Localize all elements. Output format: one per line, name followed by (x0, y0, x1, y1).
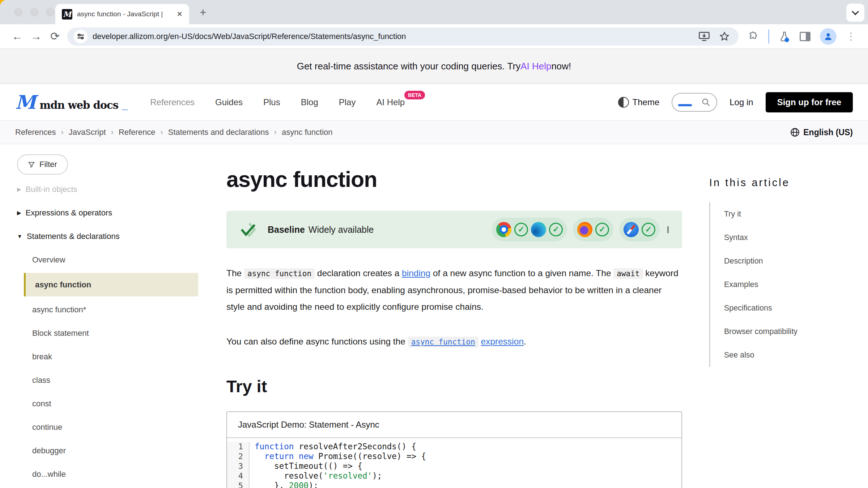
mdn-logo[interactable]: M mdn web docs _ (15, 93, 128, 112)
tab-title: async function - JavaScript | (77, 10, 170, 18)
mdn-logo-underscore: _ (122, 99, 128, 111)
collapsed-arrow-icon: ▶ (17, 186, 21, 193)
mdn-logo-text: mdn web docs (40, 99, 119, 111)
sidebar-item-overview[interactable]: Overview (17, 248, 198, 271)
toc: In this article Try it Syntax Descriptio… (709, 144, 868, 367)
address-bar[interactable]: developer.allizom.org/en-US/docs/Web/Jav… (67, 27, 739, 46)
site-settings-icon[interactable] (74, 30, 88, 43)
toc-item-specifications[interactable]: Specifications (724, 296, 854, 320)
sidebar-item-const[interactable]: const (17, 392, 198, 415)
sidebar-item-built-in-objects[interactable]: ▶ Built-in objects (17, 177, 198, 201)
sidebar-item-do-while[interactable]: do...while (17, 462, 198, 486)
tab-strip: M async function - JavaScript | ✕ + (0, 0, 868, 24)
site-header: M mdn web docs _ References Guides Plus … (0, 84, 868, 120)
search-input[interactable] (672, 93, 717, 112)
language-selector[interactable]: English (US) (790, 128, 853, 137)
nav-blog[interactable]: Blog (301, 97, 318, 107)
browser-menu-icon[interactable]: ⋮ (846, 30, 856, 42)
url-text[interactable]: developer.allizom.org/en-US/docs/Web/Jav… (93, 32, 694, 41)
support-check-icon: ✓ (595, 223, 609, 236)
support-check-icon: ✓ (549, 223, 563, 236)
filter-funnel-icon (28, 161, 35, 168)
window-close-button[interactable] (14, 8, 22, 16)
sidebar-item-break[interactable]: break (17, 345, 198, 368)
async-function-expression-code-link[interactable]: async function (408, 337, 478, 347)
safari-support-pill: ✓ (619, 218, 660, 241)
promo-ai-help-link[interactable]: AI Help (520, 61, 551, 72)
support-check-icon: ✓ (642, 223, 655, 236)
code-editor[interactable]: 1 function resolveAfter2Seconds() { 2 re… (227, 438, 681, 488)
toolbar-separator (768, 29, 769, 44)
profile-avatar[interactable] (820, 28, 837, 45)
new-tab-button[interactable]: + (200, 6, 207, 19)
back-button[interactable]: ← (8, 30, 27, 43)
baseline-banner: Baseline Widely available ✓ ✓ ✓ ✓ (226, 211, 682, 248)
sidebar-item-continue[interactable]: continue (17, 415, 198, 439)
chrome-labs-icon[interactable] (779, 31, 790, 42)
promo-banner: Get real-time assistance with your codin… (0, 49, 868, 84)
chromium-support-pill: ✓ ✓ (492, 218, 567, 241)
sidebar-item-empty-statement[interactable]: Empty statement (17, 486, 198, 488)
reload-button[interactable]: ⟳ (46, 30, 64, 43)
code-line: 3 setTimeout(() => { (227, 461, 681, 471)
search-placeholder-dash (678, 104, 692, 106)
sidebar-item-expressions-operators[interactable]: ▶ Expressions & operators (17, 201, 198, 224)
nav-plus[interactable]: Plus (263, 97, 280, 107)
crumb-current-page: async function (282, 128, 333, 137)
tab-close-icon[interactable]: ✕ (176, 10, 183, 18)
sidebar-item-statements-declarations[interactable]: ▼ Statements & declarations (17, 224, 198, 248)
sidebar-filter-button[interactable]: Filter (17, 154, 68, 175)
sidebar-item-async-function-active[interactable]: async function (24, 273, 198, 296)
code-line: 2 return new Promise((resolve) => { (227, 451, 681, 461)
browser-tab[interactable]: M async function - JavaScript | ✕ (55, 4, 189, 24)
crumb-statements[interactable]: Statements and declarations (168, 128, 269, 137)
extensions-icon[interactable] (748, 31, 759, 42)
interactive-demo: JavaScript Demo: Statement - Async 1 fun… (226, 411, 682, 488)
theme-switcher[interactable]: Theme (618, 97, 660, 108)
forward-button[interactable]: → (27, 30, 46, 43)
toc-title: In this article (709, 177, 854, 189)
nav-guides[interactable]: Guides (215, 97, 243, 107)
bookmark-star-icon[interactable] (719, 31, 730, 42)
toc-item-browser-compatibility[interactable]: Browser compatibility (724, 320, 854, 343)
demo-title: JavaScript Demo: Statement - Async (227, 412, 681, 438)
expression-link[interactable]: expression (481, 337, 524, 346)
sidebar-item-debugger[interactable]: debugger (17, 439, 198, 462)
side-panel-icon[interactable] (800, 32, 810, 41)
toc-item-see-also[interactable]: See also (724, 343, 854, 367)
tab-search-button[interactable] (846, 4, 864, 22)
login-link[interactable]: Log in (729, 97, 753, 107)
intro-paragraph-2: You can also define async functions usin… (226, 333, 682, 350)
install-icon[interactable] (699, 32, 710, 41)
toc-item-examples[interactable]: Examples (724, 273, 854, 296)
nav-ai-help[interactable]: AI Help BETA (376, 97, 405, 107)
crumb-references[interactable]: References (15, 128, 56, 137)
toc-item-syntax[interactable]: Syntax (724, 226, 854, 249)
sidebar-item-async-function-star[interactable]: async function* (17, 298, 198, 321)
nav-play[interactable]: Play (339, 97, 356, 107)
article-main: async function Baseline Widely available… (226, 144, 682, 488)
crumb-javascript[interactable]: JavaScript (69, 128, 106, 137)
mdn-logo-m-icon: M (15, 93, 36, 112)
signup-button[interactable]: Sign up for free (766, 92, 853, 112)
toc-item-description[interactable]: Description (724, 249, 854, 273)
promo-text-before: Get real-time assistance with your codin… (297, 61, 520, 72)
nav-references[interactable]: References (150, 97, 195, 107)
window-zoom-button[interactable] (46, 8, 54, 16)
sidebar-item-class[interactable]: class (17, 368, 198, 392)
binding-link[interactable]: binding (402, 268, 430, 278)
crumb-reference[interactable]: Reference (119, 128, 156, 137)
safari-icon (624, 222, 639, 237)
baseline-expand-button[interactable] (668, 226, 668, 233)
edge-icon (531, 222, 546, 237)
tryit-heading: Try it (226, 376, 682, 396)
window-minimize-button[interactable] (30, 8, 38, 16)
window-controls[interactable] (14, 8, 54, 16)
chrome-icon (496, 222, 511, 237)
toc-item-try-it[interactable]: Try it (724, 202, 854, 226)
sidebar-item-block-statement[interactable]: Block statement (17, 321, 198, 345)
mdn-favicon-icon: M (62, 9, 72, 20)
async-function-codechip: async function (244, 268, 315, 279)
theme-icon (618, 97, 629, 108)
main-nav: References Guides Plus Blog Play AI Help… (150, 97, 405, 107)
